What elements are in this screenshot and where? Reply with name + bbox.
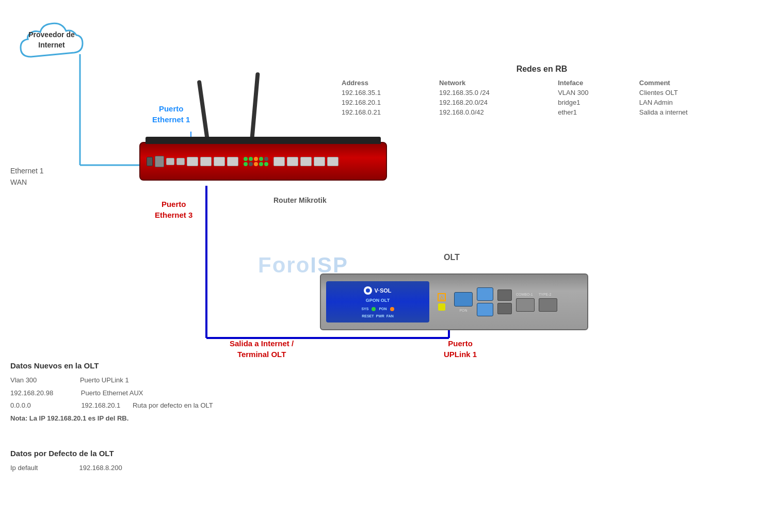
network-cell-2-3: Salida a internet [633,107,748,117]
router-usb [147,157,153,166]
router-eth-port-1 [187,157,198,166]
datos-default-route: 0.0.0.0 [10,401,31,409]
puerto-ethernet3-label: Puerto Ethernet 3 [155,199,192,220]
datos-ip: 192.168.20.98 [10,389,53,397]
salida-internet-label: Salida a Internet / Terminal OLT [230,338,294,360]
router-port-1 [166,158,174,165]
datos-uplink: Puerto UPLink 1 [80,376,129,384]
datos-gateway: 192.168.20.1 [81,401,120,409]
led-9 [259,162,263,166]
datos-nuevos-row-3: 0.0.0.0 192.168.20.1 Ruta por defecto en… [10,399,320,412]
network-cell-0-2: VLAN 300 [552,88,633,98]
network-cell-0-1: 192.168.35.0 /24 [433,88,552,98]
led-4 [259,157,263,161]
olt-pon-led [390,307,394,311]
olt-sys-led [372,307,376,311]
olt-combo-1 [516,298,535,312]
col-header-address: Address [335,78,433,88]
olt-type2 [539,298,557,312]
datos-nuevos-row-4: Nota: La IP 192.168.20.1 es IP del RB. [10,412,320,425]
router-sfp [155,156,164,167]
antenna-left [197,80,210,142]
router-eth-port-3 [214,157,225,166]
network-cell-1-1: 192.168.20.0/24 [433,98,552,107]
datos-nuevos-row-2: 192.168.20.98 Puerto Ethernet AUX [10,387,320,400]
router-eth-port-4 [227,157,238,166]
led-1 [244,157,248,161]
olt-sfp-1 [497,289,512,301]
olt-body: V·SOL GPON OLT SYS PON RESETPWRFAN △ [320,273,588,330]
datos-defecto-row-1: Ip default 192.168.8.200 [10,462,217,475]
network-data-table: Address Network Inteface Comment 192.168… [335,78,748,117]
network-cell-1-2: bridge1 [552,98,633,107]
datos-aux: Puerto Ethernet AUX [81,389,143,397]
olt-uplink-ports [477,287,493,316]
olt-sfp-ports [497,289,512,314]
network-table-row-0: 192.168.35.1192.168.35.0 /24VLAN 300Clie… [335,88,748,98]
olt-indicators: △ [433,293,450,311]
cloud: Proveedor de Internet [10,15,93,72]
olt-logo: V·SOL [374,287,391,294]
olt-uplink-port-2 [477,303,493,316]
router-ports [140,143,386,180]
network-table: Redes en RB Address Network Inteface Com… [335,65,748,117]
router-eth-port-2 [200,157,212,166]
router-eth-port-7 [300,157,312,166]
col-header-interface: Inteface [552,78,633,88]
network-cell-2-0: 192.168.0.21 [335,107,433,117]
router-mikrotik [139,142,387,188]
datos-nota: Nota: La IP 192.168.20.1 es IP del RB. [10,414,128,422]
olt-model: GPON OLT [366,298,390,303]
datos-ip-default-label: Ip default [10,462,38,475]
datos-vlan: Vlan 300 [10,376,37,384]
col-header-comment: Comment [633,78,748,88]
olt-combo-ports: COMBO-1 [516,293,535,312]
olt-sfp-2 [497,303,512,314]
led-5 [264,157,268,161]
network-cell-2-1: 192.168.0.0/42 [433,107,552,117]
network-cell-1-3: LAN Admin [633,98,748,107]
datos-defecto-title: Datos por Defecto de la OLT [10,449,217,458]
led-6 [244,162,248,166]
ethernet1-wan-label: Ethernet 1 WAN [10,165,44,188]
datos-nuevos-row-1: Vlan 300 Puerto UPLink 1 [10,374,320,387]
router-eth-port-6 [287,157,298,166]
network-cell-0-3: Clientes OLT [633,88,748,98]
datos-ip-default-value: 192.168.8.200 [79,462,122,475]
olt-device: V·SOL GPON OLT SYS PON RESETPWRFAN △ [320,273,588,335]
puerto-uplink-label: Puerto UPLink 1 [444,338,477,360]
olt-fiber-ports: PON [454,292,473,312]
olt-front-panel: V·SOL GPON OLT SYS PON RESETPWRFAN △ [321,275,587,329]
led-3 [254,157,258,161]
router-label: Router Mikrotik [273,196,327,204]
router-eth-port-9 [327,157,338,166]
router-eth-port-8 [314,157,325,166]
datos-ruta: Ruta por defecto en la OLT [133,401,213,409]
datos-nuevos-section: Datos Nuevos en la OLT Vlan 300 Puerto U… [10,361,320,425]
col-header-network: Network [433,78,552,88]
router-top-bar [146,137,381,144]
datos-nuevos-title: Datos Nuevos en la OLT [10,361,320,370]
cloud-label: Proveedor de Internet [10,30,93,50]
network-cell-2-2: ether1 [552,107,633,117]
network-table-title: Redes en RB [335,65,748,74]
network-cell-0-0: 192.168.35.1 [335,88,433,98]
olt-blue-panel: V·SOL GPON OLT SYS PON RESETPWRFAN [326,281,429,323]
olt-fiber-port-1 [454,292,473,307]
network-table-row-2: 192.168.0.21192.168.0.0/42ether1Salida a… [335,107,748,117]
olt-type2-ports: TYPE-2 [539,293,557,312]
network-table-row-1: 192.168.20.1192.168.20.0/24bridge1LAN Ad… [335,98,748,107]
datos-defecto-section: Datos por Defecto de la OLT Ip default 1… [10,449,217,475]
olt-ports: PON COMBO-1 TYPE-2 [454,287,582,316]
olt-uplink-port-1 [477,287,493,301]
antenna-right [250,72,260,139]
led-8 [254,162,258,166]
led-10 [264,162,268,166]
led-7 [249,162,253,166]
router-port-2 [176,158,185,165]
watermark-foro: Foro [258,253,310,277]
router-eth-port-5 [273,157,285,166]
olt-label: OLT [444,253,460,262]
puerto-ethernet1-label: Puerto Ethernet 1 [152,103,190,125]
router-leds [244,157,268,166]
